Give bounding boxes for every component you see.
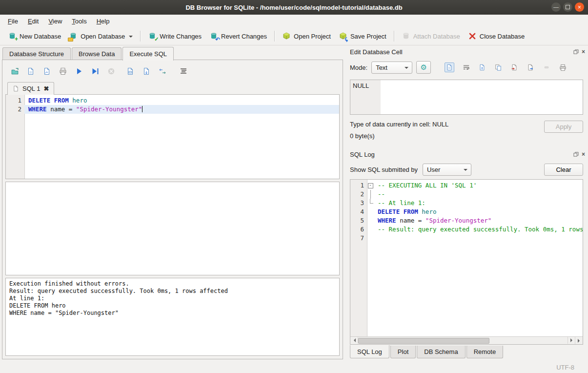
app-window: DB Browser for SQLite - /home/user/code/…: [0, 0, 588, 373]
code-text: --: [374, 190, 583, 199]
execution-messages[interactable]: Execution finished without errors. Resul…: [5, 278, 340, 356]
find-replace-icon[interactable]: [158, 67, 167, 76]
open-project-button[interactable]: Open Project: [278, 30, 335, 42]
cell-editor[interactable]: NULL: [350, 80, 583, 115]
word-wrap-icon[interactable]: [462, 63, 470, 72]
open-sql-file-icon[interactable]: [10, 67, 19, 76]
menu-view[interactable]: View: [43, 16, 67, 27]
print-sql-icon[interactable]: [59, 67, 67, 76]
tab-remote[interactable]: Remote: [466, 346, 504, 358]
write-changes-button[interactable]: ✓ Write Changes: [144, 30, 205, 42]
new-database-button[interactable]: + New Database: [4, 30, 65, 42]
maximize-button[interactable]: [563, 2, 572, 12]
log-horizontal-scrollbar[interactable]: [350, 336, 575, 344]
auto-detect-button[interactable]: ⚙: [416, 61, 431, 74]
minimize-button[interactable]: —: [551, 2, 561, 12]
code-line[interactable]: 4DELETE FROM hero: [350, 207, 583, 216]
open-project-icon: [282, 32, 291, 41]
close-database-button[interactable]: Close Database: [464, 30, 529, 42]
scrollbar-thumb[interactable]: [358, 338, 489, 344]
fold-marker: [367, 199, 374, 207]
write-changes-label: Write Changes: [160, 33, 202, 40]
open-database-button[interactable]: Open Database: [65, 30, 137, 42]
print-cell-icon[interactable]: [558, 63, 567, 72]
close-panel-icon[interactable]: ×: [582, 49, 585, 55]
float-panel-icon[interactable]: [573, 152, 579, 157]
code-line[interactable]: 1DELETE FROM hero: [6, 96, 339, 105]
export-results-icon[interactable]: [126, 67, 135, 76]
copy-cell-icon[interactable]: [494, 63, 503, 72]
save-results-icon[interactable]: [142, 67, 151, 76]
sql-editor[interactable]: 1DELETE FROM hero2WHERE name = "Spider-Y…: [5, 94, 340, 179]
window-title: DB Browser for SQLite - /home/user/code/…: [185, 4, 402, 11]
set-null-icon[interactable]: [542, 63, 551, 72]
open-cell-data-icon[interactable]: [478, 63, 487, 72]
tab-plot[interactable]: Plot: [390, 346, 416, 358]
float-panel-icon[interactable]: [573, 49, 579, 55]
save-project-button[interactable]: ↶ Save Project: [335, 30, 390, 42]
toolbar-separator: [140, 31, 141, 41]
bottom-tabbar: SQL Log Plot DB Schema Remote: [345, 346, 588, 361]
code-line[interactable]: 7: [350, 234, 583, 243]
code-text: WHERE name = "Spider-Youngster": [24, 105, 339, 114]
submitted-by-select[interactable]: User: [423, 164, 471, 176]
attach-database-button[interactable]: Attach Database: [398, 30, 464, 42]
open-project-label: Open Project: [294, 33, 331, 40]
format-sql-icon[interactable]: [179, 67, 188, 76]
revert-changes-icon: ↶: [209, 32, 218, 41]
stop-execution-icon[interactable]: [107, 67, 116, 76]
tab-browse-data[interactable]: Browse Data: [72, 47, 122, 60]
save-sql-as-icon[interactable]: [42, 67, 51, 76]
sql-tab[interactable]: SQL 1 ✖: [7, 82, 54, 95]
gear-icon: ⚙: [420, 64, 426, 71]
tab-sql-log[interactable]: SQL Log: [350, 345, 389, 358]
execute-line-icon[interactable]: [91, 67, 100, 76]
statusbar: UTF-8: [0, 361, 588, 373]
text-view-icon[interactable]: [445, 62, 454, 72]
code-line[interactable]: 1--- EXECUTING ALL IN 'SQL 1': [350, 181, 583, 190]
scroll-left-icon[interactable]: [350, 337, 358, 344]
sql-subtabbar: SQL 1 ✖: [5, 80, 340, 94]
export-cell-data-icon[interactable]: [526, 63, 535, 72]
line-number: 7: [350, 234, 367, 243]
cell-icon-row: [445, 62, 567, 72]
import-cell-data-icon[interactable]: [510, 63, 519, 72]
menu-help[interactable]: Help: [92, 16, 115, 27]
tab-database-structure[interactable]: Database Structure: [2, 47, 71, 60]
code-line[interactable]: 5WHERE name = "Spider-Youngster": [350, 216, 583, 225]
clear-log-button[interactable]: Clear: [544, 164, 583, 176]
sql-toolbar: [5, 63, 340, 80]
revert-changes-button[interactable]: ↶ Revert Changes: [205, 30, 271, 42]
code-line[interactable]: 3-- At line 1:: [350, 199, 583, 207]
code-line[interactable]: 6-- Result: query executed successfully.…: [350, 225, 583, 234]
menu-tools[interactable]: Tools: [67, 16, 91, 27]
sql-tab-close-icon[interactable]: ✖: [43, 85, 49, 92]
apply-button[interactable]: Apply: [544, 121, 583, 133]
execute-all-icon[interactable]: [75, 67, 83, 76]
titlebar: DB Browser for SQLite - /home/user/code/…: [0, 0, 588, 15]
close-button[interactable]: ×: [575, 2, 584, 12]
tab-db-schema[interactable]: DB Schema: [417, 346, 465, 358]
code-line[interactable]: 2WHERE name = "Spider-Youngster": [6, 105, 339, 114]
menu-edit[interactable]: Edit: [23, 16, 43, 27]
open-database-dropdown-icon[interactable]: [129, 36, 133, 40]
close-panel-icon[interactable]: ×: [582, 151, 585, 157]
revert-changes-label: Revert Changes: [221, 33, 267, 40]
attach-database-icon: [402, 32, 410, 41]
save-sql-file-icon[interactable]: [26, 67, 35, 76]
line-number: 6: [350, 225, 367, 234]
scroll-right-icon[interactable]: [568, 337, 575, 344]
code-line[interactable]: 2--: [350, 190, 583, 199]
sql-log-view[interactable]: 1--- EXECUTING ALL IN 'SQL 1'2--3-- At l…: [350, 179, 583, 345]
mode-select[interactable]: Text: [371, 62, 412, 74]
menu-file[interactable]: File: [3, 16, 23, 27]
fold-marker[interactable]: -: [367, 181, 374, 190]
scrollbar-corner[interactable]: [575, 336, 583, 344]
tab-execute-sql[interactable]: Execute SQL: [122, 47, 174, 61]
fold-marker: [367, 207, 374, 216]
menubar: FileEditViewToolsHelp: [0, 15, 588, 27]
line-number: 1: [6, 96, 24, 105]
results-grid[interactable]: [5, 182, 340, 275]
left-panel: Database Structure Browse Data Execute S…: [0, 45, 344, 361]
code-text: DELETE FROM hero: [24, 96, 339, 105]
